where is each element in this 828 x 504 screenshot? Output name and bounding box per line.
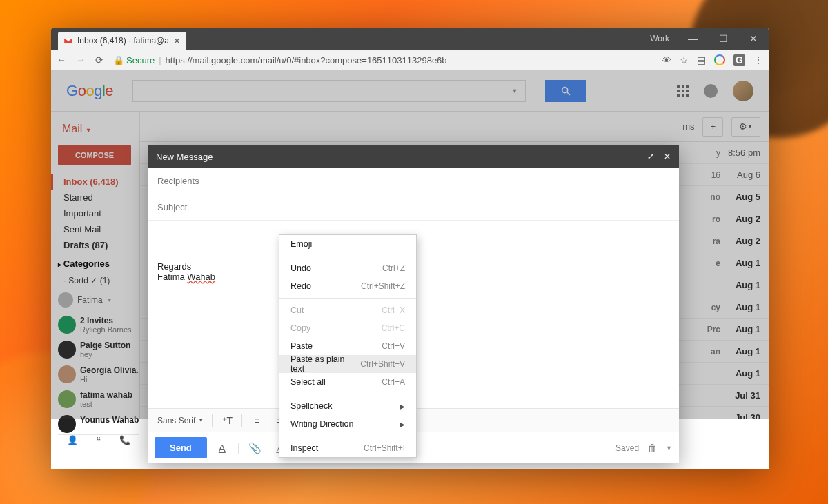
menu-item[interactable]: RedoCtrl+Shift+Z (279, 277, 416, 295)
date: Jul 30 (720, 412, 760, 419)
subject-placeholder: Subject (157, 202, 187, 212)
hangout-item[interactable]: fatima wahabtest (58, 385, 139, 410)
menu-item[interactable]: Emoji (279, 235, 416, 253)
back-button[interactable]: ← (57, 54, 66, 65)
discard-icon[interactable]: 🗑 (647, 442, 658, 454)
avatar-icon (58, 341, 76, 359)
nav-starred[interactable]: Starred (58, 190, 139, 205)
menu-label: Undo (290, 263, 311, 273)
minimize-button[interactable]: — (678, 28, 708, 50)
extension-circle-icon[interactable] (714, 54, 725, 65)
compose-popout-icon[interactable]: ⤢ (647, 152, 654, 161)
more-options-icon[interactable]: ▼ (666, 445, 672, 452)
hangout-item[interactable]: Younus Wahab (58, 410, 139, 434)
notifications-icon[interactable] (704, 84, 718, 98)
url-box[interactable]: 🔒Secure | https://mail.google.com/mail/u… (113, 55, 652, 65)
eye-icon[interactable]: 👁 (662, 54, 671, 65)
hangouts-icon[interactable]: ❝ (96, 435, 101, 445)
hangouts-user[interactable]: Fatima ▼ (58, 290, 139, 310)
titlebar: Inbox (6,418) - fatima@a ✕ Work — ☐ ✕ (51, 28, 769, 50)
compose-minimize-icon[interactable]: — (629, 152, 638, 161)
menu-shortcut: Ctrl+Shift+V (360, 359, 405, 369)
nav-categories[interactable]: Categories (58, 253, 139, 272)
menu-item[interactable]: Spellcheck▶ (279, 397, 416, 415)
row-col: y (693, 148, 720, 158)
secure-label: Secure (126, 55, 155, 65)
extension-icon[interactable]: ▤ (697, 54, 706, 65)
menu-shortcut: Ctrl+C (382, 323, 405, 333)
window-controls: Work — ☐ ✕ (650, 28, 769, 50)
menu-shortcut: Ctrl+Z (382, 263, 405, 273)
menu-item[interactable]: InspectCtrl+Shift+I (279, 439, 416, 457)
indent-less-icon[interactable]: ≡ (246, 412, 267, 430)
nav-sortd[interactable]: - Sortd ✓ (1) (58, 272, 139, 290)
send-button[interactable]: Send (155, 437, 207, 458)
reload-button[interactable]: ⟳ (95, 54, 103, 65)
font-size-button[interactable]: ⁺T (217, 412, 237, 430)
menu-item: CutCtrl+X (279, 301, 416, 319)
avatar-icon (58, 415, 76, 433)
menu-separator (279, 436, 416, 436)
forward-button[interactable]: → (76, 54, 86, 65)
nav-important[interactable]: Important (58, 205, 139, 221)
hangout-item[interactable]: Paige Suttonhey (58, 335, 139, 360)
font-select[interactable]: Sans Serif▼ (153, 416, 208, 425)
extension-g-icon[interactable]: G (733, 54, 745, 66)
chevron-down-icon: ▼ (107, 297, 112, 303)
menu-label: Copy (290, 323, 310, 333)
lock-icon: 🔒 (113, 55, 124, 65)
tab-close-icon[interactable]: ✕ (173, 36, 181, 46)
gmail-header: Google ▼ (51, 70, 769, 112)
hangout-item[interactable]: 2 InvitesRyliegh Barnes (58, 310, 139, 335)
row-col: e (693, 259, 720, 268)
toolbar-plus-button[interactable]: + (702, 117, 723, 137)
menu-icon[interactable]: ⋮ (753, 54, 763, 65)
search-input[interactable]: ▼ (132, 80, 526, 102)
menu-item[interactable]: UndoCtrl+Z (279, 259, 416, 277)
star-icon[interactable]: ☆ (680, 54, 689, 65)
menu-shortcut: Ctrl+A (382, 377, 405, 387)
contacts-icon[interactable]: 👤 (67, 435, 78, 445)
date: Aug 5 (720, 192, 760, 202)
compose-button[interactable]: COMPOSE (58, 145, 131, 165)
attach-icon[interactable]: 📎 (246, 442, 265, 454)
browser-tab[interactable]: Inbox (6,418) - fatima@a ✕ (58, 32, 186, 50)
recipients-field[interactable]: Recipients (148, 168, 679, 194)
search-dropdown-icon[interactable]: ▼ (504, 88, 525, 94)
menu-separator (279, 394, 416, 394)
menu-shortcut: Ctrl+X (382, 305, 405, 315)
menu-item[interactable]: Select allCtrl+A (279, 373, 416, 391)
nav-sent[interactable]: Sent Mail (58, 221, 139, 237)
settings-button[interactable]: ⚙ ▼ (731, 117, 760, 137)
mail-dropdown[interactable]: Mail ▼ (58, 119, 139, 145)
text-format-icon[interactable]: A (213, 442, 232, 454)
avatar-icon (58, 365, 76, 383)
maximize-button[interactable]: ☐ (708, 28, 738, 50)
menu-item[interactable]: Writing Direction▶ (279, 415, 416, 433)
apps-icon[interactable] (677, 85, 689, 97)
row-col: 16 (693, 170, 720, 180)
date: Aug 1 (720, 368, 760, 379)
account-avatar[interactable] (733, 81, 753, 101)
close-button[interactable]: ✕ (738, 28, 769, 50)
browser-window: Inbox (6,418) - fatima@a ✕ Work — ☐ ✕ ← … (51, 28, 769, 469)
nav-inbox[interactable]: Inbox (6,418) (51, 174, 139, 190)
google-logo[interactable]: Google (66, 82, 113, 100)
menu-shortcut: Ctrl+Shift+Z (361, 281, 405, 291)
nav-drafts[interactable]: Drafts (87) (58, 237, 139, 253)
search-icon (560, 85, 571, 97)
menu-label: Inspect (290, 443, 318, 453)
hangout-item[interactable]: Georgia Olivia.Hi (58, 360, 139, 385)
menu-item[interactable]: Paste as plain textCtrl+Shift+V (279, 355, 416, 373)
mail-toolbar: ms ms + ⚙ ▼ (140, 112, 769, 142)
gear-icon: ⚙ (739, 121, 747, 132)
saved-label: Saved (615, 443, 639, 453)
address-bar: ← → ⟳ 🔒Secure | https://mail.google.com/… (51, 50, 769, 70)
search-button[interactable] (545, 80, 586, 102)
menu-item[interactable]: PasteCtrl+V (279, 337, 416, 355)
compose-close-icon[interactable]: ✕ (664, 152, 671, 161)
menu-label: Cut (290, 305, 304, 315)
compose-header[interactable]: New Message — ⤢ ✕ (148, 145, 679, 168)
phone-icon[interactable]: 📞 (119, 435, 130, 445)
subject-field[interactable]: Subject (148, 194, 679, 221)
